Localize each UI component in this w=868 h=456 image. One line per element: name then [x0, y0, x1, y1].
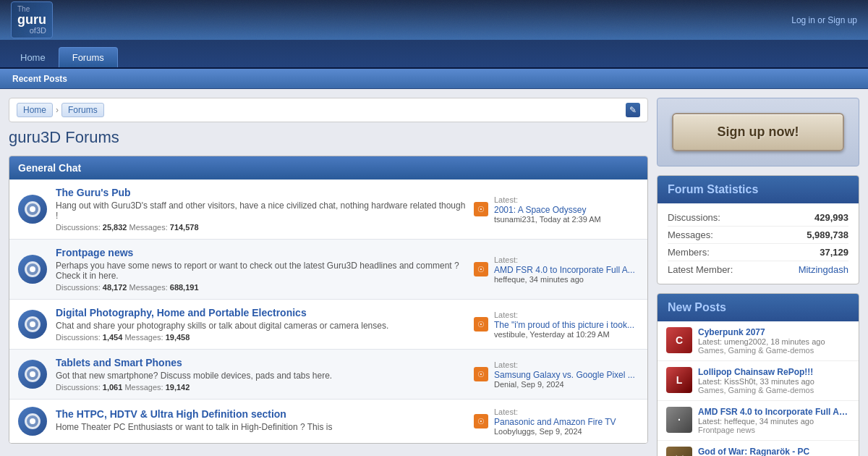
nav-forums[interactable]: Forums — [59, 47, 118, 67]
forum-info: Digital Photography, Home and Portable E… — [56, 307, 468, 342]
forum-stats: Discussions: 25,832 Messages: 714,578 — [56, 223, 468, 232]
latest-link[interactable]: Panasonic and Amazon Fire TV — [494, 417, 616, 427]
latest-meta: Denial, Sep 9, 2024 — [494, 380, 639, 389]
newpost-category: Frontpage news — [698, 426, 850, 434]
forum-title[interactable]: Frontpage news — [56, 247, 133, 258]
breadcrumb-forums[interactable]: Forums — [61, 103, 104, 117]
forum-row: The HTPC, HDTV & Ultra High Definition s… — [9, 400, 647, 443]
forum-icon — [18, 360, 47, 389]
forum-title[interactable]: The Guru's Pub — [56, 187, 131, 198]
newpost-category: Games, Gaming & Game-demos — [698, 346, 850, 355]
forum-icon-ring — [25, 413, 41, 429]
forum-icon — [18, 407, 47, 436]
latest-label: Latest: — [494, 408, 639, 416]
forum-icon-dot — [30, 321, 35, 327]
logo[interactable]: The guru of3D — [11, 1, 53, 38]
forum-stats: Discussions: 48,172 Messages: 688,191 — [56, 283, 468, 292]
forum-icon-dot — [30, 371, 35, 377]
newpost-title[interactable]: Cyberpunk 2077 — [698, 327, 850, 337]
newpost-content: AMD FSR 4.0 to Incorporate Full AI-Based… — [698, 407, 850, 434]
breadcrumb: Home › Forums ✎ — [9, 98, 648, 122]
newpost-meta: Latest: umeng2002, 18 minutes ago — [698, 337, 850, 346]
forum-info: The Guru's Pub Hang out with Guru3D's st… — [56, 187, 468, 232]
stats-label: Messages: — [668, 229, 713, 240]
forum-stats: Discussions: 1,061 Messages: 19,142 — [56, 383, 468, 392]
latest-label: Latest: — [494, 256, 639, 264]
logo-of3d: of3D — [17, 26, 46, 35]
latest-box: Latest: Panasonic and Amazon Fire TV Loo… — [494, 408, 639, 436]
latest-box: Latest: AMD FSR 4.0 to Incorporate Full … — [494, 256, 639, 284]
forum-icon-ring — [25, 316, 41, 332]
nav-home[interactable]: Home — [7, 48, 59, 67]
stats-label: Discussions: — [668, 212, 720, 223]
forum-list: Home › Forums ✎ guru3D Forums General Ch… — [9, 98, 648, 456]
main-content: Home › Forums ✎ guru3D Forums General Ch… — [0, 89, 868, 456]
subnav-recent-posts[interactable]: Recent Posts — [9, 74, 71, 84]
stats-row: Discussions:429,993 — [668, 209, 848, 227]
rss-icon[interactable]: ☉ — [474, 317, 488, 332]
forum-title[interactable]: Digital Photography, Home and Portable E… — [56, 307, 307, 318]
login-area[interactable]: Log in or Sign up — [791, 15, 857, 25]
stats-row: Members:37,129 — [668, 244, 848, 261]
breadcrumb-home[interactable]: Home — [17, 103, 53, 117]
new-posts-header: New Posts — [658, 294, 859, 321]
forum-title[interactable]: Tablets and Smart Phones — [56, 357, 182, 368]
latest-meta: vestibule, Yesterday at 10:29 AM — [494, 330, 639, 339]
newpost-item: ⚔ God of War: Ragnarök - PC Latest: Vipe… — [658, 441, 859, 456]
newpost-category: Games, Gaming & Game-demos — [698, 386, 850, 394]
subnav: Recent Posts — [0, 69, 868, 89]
login-link[interactable]: Log in or Sign up — [791, 15, 857, 25]
forum-row: Frontpage news Perhaps you have some new… — [9, 240, 647, 300]
latest-box: Latest: Samsung Galaxy vs. Google Pixel … — [494, 360, 639, 389]
forum-title[interactable]: The HTPC, HDTV & Ultra High Definition s… — [56, 408, 286, 420]
newpost-content: Cyberpunk 2077 Latest: umeng2002, 18 min… — [698, 327, 850, 355]
newpost-content: Lollipop Chainsaw RePop!!! Latest: KissS… — [698, 367, 850, 394]
latest-link[interactable]: AMD FSR 4.0 to Incorporate Full A... — [494, 265, 635, 275]
latest-link[interactable]: The "i'm proud of this picture i took... — [494, 320, 634, 330]
latest-link[interactable]: 2001: A Space Odyssey — [494, 205, 586, 215]
latest-meta: tsunami231, Today at 2:39 AM — [494, 215, 639, 224]
newpost-meta: Latest: KissSh0t, 33 minutes ago — [698, 377, 850, 386]
breadcrumb-expand-icon[interactable]: ✎ — [626, 103, 640, 117]
forum-stats-box: Forum Statistics Discussions:429,993Mess… — [657, 175, 859, 284]
forum-icon-dot — [30, 266, 35, 272]
rss-icon[interactable]: ☉ — [474, 202, 488, 216]
forum-desc: Home Theater PC Enthusiasts or want to t… — [56, 422, 468, 432]
header: The guru of3D Log in or Sign up — [0, 0, 868, 40]
rss-icon[interactable]: ☉ — [474, 262, 488, 276]
stats-value: 429,993 — [814, 212, 848, 223]
forum-stats: Discussions: 1,454 Messages: 19,458 — [56, 333, 468, 342]
forum-icon-ring — [25, 366, 41, 382]
forum-icon-dot — [30, 418, 35, 424]
avatar: L — [666, 367, 692, 393]
new-posts-box: New Posts C Cyberpunk 2077 Latest: umeng… — [657, 293, 859, 456]
rss-icon[interactable]: ☉ — [474, 367, 488, 381]
stats-row: Latest Member:Mitzingdash — [668, 261, 848, 278]
rss-icon[interactable]: ☉ — [474, 414, 488, 428]
forum-icon — [18, 255, 47, 284]
latest-box: Latest: The "i'm proud of this picture i… — [494, 311, 639, 339]
stats-value: 37,129 — [820, 247, 848, 258]
forum-stats-table: Discussions:429,993Messages:5,989,738Mem… — [658, 203, 859, 284]
newpost-title[interactable]: God of War: Ragnarök - PC — [698, 447, 850, 456]
main-nav: Home Forums — [0, 40, 868, 69]
forum-icon-dot — [30, 206, 35, 212]
latest-meta: Loobyluggs, Sep 9, 2024 — [494, 427, 639, 436]
forum-section-general-chat: General Chat The Guru's Pub Hang out wit… — [9, 156, 648, 444]
breadcrumb-sep: › — [56, 105, 59, 115]
forum-desc: Hang out with Guru3D's staff and other v… — [56, 200, 468, 221]
newpost-title[interactable]: AMD FSR 4.0 to Incorporate Full AI-Based… — [698, 407, 850, 417]
page-title: guru3D Forums — [9, 128, 648, 147]
newpost-item: C Cyberpunk 2077 Latest: umeng2002, 18 m… — [658, 321, 859, 361]
stats-label: Latest Member: — [668, 264, 733, 275]
forum-icon — [18, 195, 47, 224]
latest-link[interactable]: Samsung Galaxy vs. Google Pixel ... — [494, 370, 635, 380]
forum-info: Frontpage news Perhaps you have some new… — [56, 247, 468, 292]
forum-desc: Chat and share your photography skills o… — [56, 321, 468, 331]
stats-value: 5,989,738 — [807, 229, 848, 240]
section-header-general-chat: General Chat — [9, 156, 647, 180]
newpost-title[interactable]: Lollipop Chainsaw RePop!!! — [698, 367, 850, 377]
stats-value-link[interactable]: Mitzingdash — [799, 264, 848, 275]
forum-stats-header: Forum Statistics — [658, 176, 859, 203]
signup-button[interactable]: Sign up now! — [672, 113, 844, 151]
